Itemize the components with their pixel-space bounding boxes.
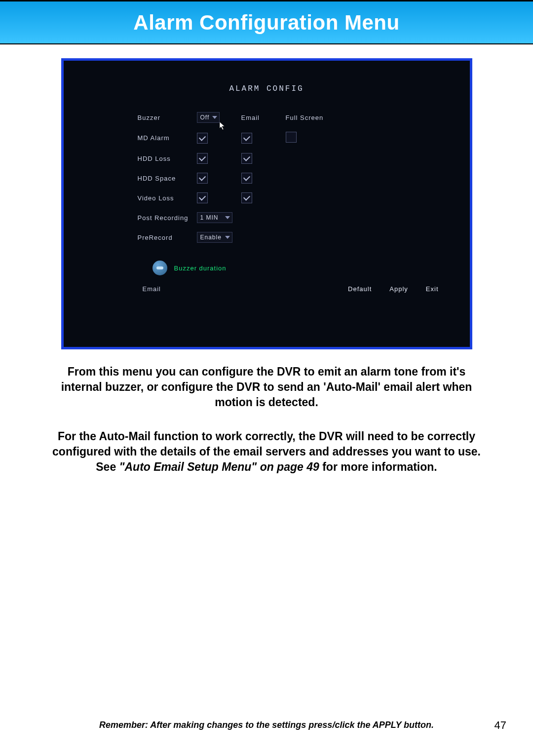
description-paragraph-2: For the Auto-Mail function to work corre… (49, 429, 484, 475)
dvr-bottom-row: Email Default Apply Exit (143, 285, 439, 293)
check-icon (243, 134, 250, 141)
description-paragraph-1: From this menu you can configure the DVR… (49, 364, 484, 410)
row-label-md-alarm: MD Alarm (138, 134, 197, 142)
prerecord-value: Enable (200, 234, 222, 241)
apply-button[interactable]: Apply (389, 285, 408, 293)
check-icon (243, 174, 250, 181)
row-label-hdd-loss: HDD Loss (138, 155, 197, 162)
md-alarm-email-checkbox[interactable] (241, 133, 252, 144)
dvr-window-title: ALARM CONFIG (64, 84, 470, 93)
video-loss-email-checkbox[interactable] (241, 192, 252, 203)
page-title: Alarm Configuration Menu (133, 11, 399, 35)
col-header-email: Email (241, 114, 286, 121)
chevron-down-icon (212, 116, 217, 119)
check-icon (243, 194, 250, 201)
p2-part-c: for more information. (319, 460, 437, 473)
dvr-screenshot: ALARM CONFIG Buzzer Off Email Full Scree… (61, 58, 472, 349)
email-link[interactable]: Email (143, 285, 161, 293)
footer-reminder: Remember: After making changes to the se… (99, 720, 434, 730)
page-number: 47 (495, 719, 506, 732)
hdd-space-buzzer-checkbox[interactable] (197, 173, 208, 184)
row-label-post-recording: Post Recording (138, 214, 197, 222)
page-header-bar: Alarm Configuration Menu (0, 0, 533, 44)
chevron-down-icon (225, 216, 230, 219)
prerecord-dropdown[interactable]: Enable (197, 232, 241, 243)
col-header-fullscreen: Full Screen (286, 114, 340, 121)
alarm-config-grid: Buzzer Off Email Full Screen MD Alarm HD… (138, 112, 470, 243)
row-label-prerecord: PreRecord (138, 234, 197, 241)
default-button[interactable]: Default (348, 285, 372, 293)
row-label-video-loss: Video Loss (138, 194, 197, 202)
check-icon (198, 154, 205, 161)
exit-button[interactable]: Exit (426, 285, 439, 293)
col-header-buzzer: Buzzer (138, 114, 197, 121)
cross-reference: "Auto Email Setup Menu" on page 49 (119, 460, 319, 473)
md-alarm-buzzer-checkbox[interactable] (197, 133, 208, 144)
check-icon (198, 174, 205, 181)
check-icon (198, 194, 205, 201)
check-icon (198, 134, 205, 141)
check-icon (243, 154, 250, 161)
cursor-icon (219, 121, 226, 130)
md-alarm-fullscreen-checkbox[interactable] (286, 132, 297, 143)
hdd-loss-email-checkbox[interactable] (241, 153, 252, 164)
page-footer: Remember: After making changes to the se… (0, 720, 533, 730)
post-recording-dropdown[interactable]: 1 MIN (197, 212, 241, 223)
buzzer-dropdown-value: Off (200, 114, 210, 121)
hdd-loss-buzzer-checkbox[interactable] (197, 153, 208, 164)
chevron-down-icon (225, 236, 230, 239)
buzzer-dropdown[interactable]: Off (197, 112, 241, 123)
post-recording-value: 1 MIN (200, 214, 219, 221)
buzzer-duration-label: Buzzer duration (174, 265, 227, 272)
buzzer-duration-link[interactable]: Buzzer duration (152, 261, 470, 275)
video-loss-buzzer-checkbox[interactable] (197, 192, 208, 203)
hdd-space-email-checkbox[interactable] (241, 173, 252, 184)
row-label-hdd-space: HDD Space (138, 175, 197, 182)
buzzer-icon (152, 261, 167, 275)
